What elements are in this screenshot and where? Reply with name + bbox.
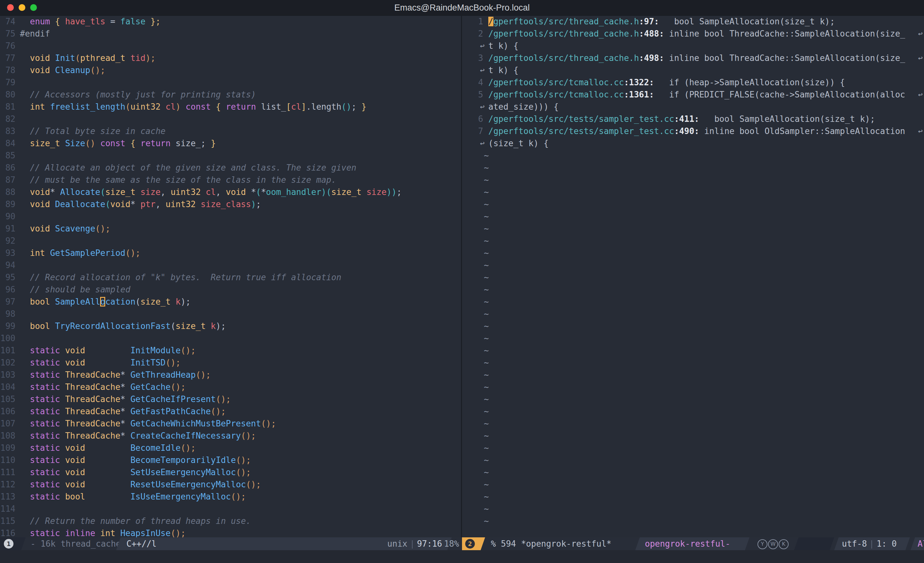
code-line[interactable]: 78 void Cleanup(); — [0, 64, 461, 76]
code-line[interactable]: 109 static void BecomeIdle(); — [0, 442, 461, 454]
code-line[interactable]: 105 static ThreadCache* GetCacheIfPresen… — [0, 393, 461, 405]
result-line[interactable]: ~ — [462, 162, 924, 174]
code-line[interactable]: 79 — [0, 76, 461, 88]
code-line[interactable]: 115 // Return the number of thread heaps… — [0, 515, 461, 527]
code-line[interactable]: 82 — [0, 113, 461, 125]
result-line[interactable]: ~ — [462, 223, 924, 235]
result-line[interactable]: ~ — [462, 454, 924, 466]
code-token: size_t — [141, 297, 171, 307]
result-line[interactable]: ~ — [462, 503, 924, 515]
result-line[interactable]: 3/gperftools/src/thread_cache.h:498: inl… — [462, 52, 924, 64]
code-line[interactable]: 96 // should be sampled — [0, 283, 461, 296]
result-line[interactable]: ~ — [462, 259, 924, 271]
code-line[interactable]: 90 — [0, 210, 461, 223]
result-line[interactable]: ~ — [462, 174, 924, 186]
source-buffer-window[interactable]: 74 enum { have_tls = false };75#endif767… — [0, 15, 461, 538]
code-line[interactable]: 92 — [0, 235, 461, 247]
code-line[interactable]: 89 void Deallocate(void* ptr, uint32 siz… — [0, 198, 461, 210]
result-line[interactable]: ~ — [462, 296, 924, 308]
code-token: static — [30, 480, 60, 489]
result-line[interactable]: ~ — [462, 308, 924, 320]
result-line[interactable]: ~ — [462, 430, 924, 442]
result-line[interactable]: ~ — [462, 247, 924, 259]
code-line[interactable]: 99 bool TryRecordAllocationFast(size_t k… — [0, 320, 461, 332]
result-line[interactable]: ~ — [462, 405, 924, 418]
result-line[interactable]: ~ — [462, 369, 924, 381]
code-line[interactable]: 76 — [0, 40, 461, 52]
result-line[interactable]: 4/gperftools/src/tcmalloc.cc:1322: if (h… — [462, 76, 924, 88]
result-line[interactable]: (size_t k) {↩ — [462, 137, 924, 150]
result-line[interactable]: ~ — [462, 320, 924, 332]
code-line[interactable]: 104 static ThreadCache* GetCache(); — [0, 381, 461, 393]
code-line[interactable]: 74 enum { have_tls = false }; — [0, 15, 461, 28]
code-line[interactable]: 110 static void BecomeTemporarilyIdle(); — [0, 454, 461, 466]
code-line[interactable]: 108 static ThreadCache* CreateCacheIfNec… — [0, 430, 461, 442]
result-line[interactable]: ~ — [462, 271, 924, 283]
code-line[interactable]: 81 int freelist_length(uint32 cl) const … — [0, 101, 461, 113]
result-line[interactable]: ~ — [462, 381, 924, 393]
code-line[interactable]: 97 bool SampleAllocation(size_t k); — [0, 296, 461, 308]
line-number: 88 — [0, 186, 15, 198]
code-line[interactable]: 107 static ThreadCache* GetCacheWhichMus… — [0, 418, 461, 430]
code-line[interactable]: 83 // Total byte size in cache — [0, 125, 461, 137]
result-line[interactable]: ~ — [462, 491, 924, 503]
code-line[interactable]: 103 static ThreadCache* GetThreadHeap(); — [0, 369, 461, 381]
code-line[interactable]: 75#endif — [0, 28, 461, 40]
result-line[interactable]: ~ — [462, 198, 924, 210]
result-line[interactable]: ~ — [462, 150, 924, 162]
major-mode[interactable]: opengrok-restful-mode — [645, 538, 750, 550]
result-line[interactable]: ~ — [462, 186, 924, 198]
code-line[interactable]: 101 static void InitModule(); — [0, 344, 461, 356]
code-line[interactable]: 112 static void ResetUseEmergencyMalloc(… — [0, 478, 461, 491]
result-line[interactable]: ated_size))) {↩ — [462, 101, 924, 113]
code-line[interactable]: 88 void* Allocate(size_t size, uint32 cl… — [0, 186, 461, 198]
opengrok-results-window[interactable]: 1/gperftools/src/thread_cache.h:97: bool… — [462, 15, 924, 538]
result-line[interactable]: ~ — [462, 515, 924, 527]
code-line[interactable]: 87 // must be the same as the size of th… — [0, 174, 461, 186]
code-token: uint32 — [165, 199, 196, 209]
result-line[interactable]: 6/gperftools/src/tests/sampler_test.cc:4… — [462, 113, 924, 125]
echo-area[interactable] — [0, 550, 924, 563]
code-line[interactable]: 113 static bool IsUseEmergencyMalloc(); — [0, 491, 461, 503]
result-line[interactable]: 2/gperftools/src/thread_cache.h:488: inl… — [462, 28, 924, 40]
code-line[interactable]: 85 — [0, 150, 461, 162]
code-line[interactable]: 98 — [0, 308, 461, 320]
code-line[interactable]: 114 — [0, 503, 461, 515]
code-line[interactable]: 94 — [0, 259, 461, 271]
result-line[interactable]: ~ — [462, 393, 924, 405]
code-line[interactable]: 91 void Scavenge(); — [0, 223, 461, 235]
code-line[interactable]: 80 // Accessors (mostly just for printin… — [0, 88, 461, 101]
result-line[interactable]: t k) {↩ — [462, 40, 924, 52]
result-line[interactable]: ~ — [462, 344, 924, 356]
line-number: 94 — [0, 259, 15, 271]
result-line[interactable]: ~ — [462, 442, 924, 454]
code-line[interactable]: 84 size_t Size() const { return size_; } — [0, 137, 461, 150]
result-line[interactable]: ~ — [462, 283, 924, 296]
code-line[interactable]: 86 // Allocate an object of the given si… — [0, 162, 461, 174]
empty-line-tilde: ~ — [484, 309, 489, 319]
result-line[interactable]: ~ — [462, 235, 924, 247]
result-line[interactable]: ~ — [462, 356, 924, 369]
code-line[interactable]: 111 static void SetUseEmergencyMalloc(); — [0, 466, 461, 478]
code-line[interactable]: 116 static inline int HeapsInUse(); — [0, 527, 461, 538]
code-line[interactable]: 95 // Record allocation of "k" bytes. Re… — [0, 271, 461, 283]
result-line[interactable]: t k) {↩ — [462, 64, 924, 76]
code-token: * — [261, 187, 266, 197]
result-line[interactable]: 5/gperftools/src/tcmalloc.cc:1361: if (P… — [462, 88, 924, 101]
major-mode[interactable]: C++//l — [126, 538, 157, 550]
code-line[interactable]: 93 int GetSamplePeriod(); — [0, 247, 461, 259]
code-line[interactable]: 102 static void InitTSD(); — [0, 356, 461, 369]
result-line[interactable]: 1/gperftools/src/thread_cache.h:97: bool… — [462, 15, 924, 28]
code-line[interactable]: 106 static ThreadCache* GetFastPathCache… — [0, 405, 461, 418]
code-line[interactable]: 77 void Init(pthread_t tid); — [0, 52, 461, 64]
result-line[interactable]: ~ — [462, 466, 924, 478]
code-token: { — [55, 16, 65, 26]
result-line[interactable]: ~ — [462, 478, 924, 491]
code-token: ThreadCache — [65, 431, 120, 440]
code-line[interactable]: 100 — [0, 332, 461, 344]
result-line[interactable]: 7/gperftools/src/tests/sampler_test.cc:4… — [462, 125, 924, 137]
result-line[interactable]: ~ — [462, 332, 924, 344]
line-number: 115 — [0, 515, 15, 527]
result-line[interactable]: ~ — [462, 210, 924, 223]
result-line[interactable]: ~ — [462, 418, 924, 430]
